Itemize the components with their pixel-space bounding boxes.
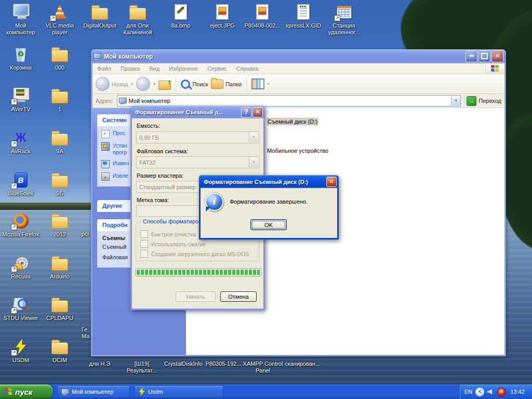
folder-icon: [50, 129, 70, 147]
desktop-icon-stdu-viewer[interactable]: STDU Viewer: [2, 296, 39, 322]
desktop-icon-vlc[interactable]: VLC media player: [41, 3, 78, 36]
desktop-icon-recycle-bin[interactable]: ♻ Корзина: [2, 45, 39, 71]
forward-button[interactable]: → ▼: [136, 77, 156, 91]
forward-dropdown-icon[interactable]: ▼: [152, 82, 156, 86]
desktop-icon-folder-arduino[interactable]: Arduino: [41, 254, 78, 280]
folders-button[interactable]: Папки: [211, 79, 242, 89]
taskbar-button-my-computer[interactable]: Мой компьютер: [57, 385, 130, 398]
msdos-startup-checkbox[interactable]: Создание загрузочного диска MS-DOS: [140, 250, 249, 258]
menu-favorites[interactable]: Избранное: [164, 63, 203, 74]
message-box-body: Форматирование завершено. OK: [201, 188, 337, 238]
desktop-icon-crystaldiskinfo[interactable]: CrystalDiskInfo: [158, 361, 208, 367]
desktop-icon-p80305[interactable]: P80305-192...: [204, 361, 243, 367]
format-dialog-titlebar[interactable]: Форматирование Съемный д... ? ✕: [130, 105, 265, 118]
ok-button[interactable]: OK: [250, 219, 287, 230]
menu-edit[interactable]: Правка: [116, 63, 144, 74]
desktop-icon-folder-2012[interactable]: 2012: [41, 212, 78, 238]
quick-format-checkbox[interactable]: Быстрое (очистка: [140, 230, 196, 238]
desktop-icon-usdm[interactable]: USDM: [2, 338, 39, 364]
desktop-icon-digitaloutput[interactable]: DigitalOutput: [81, 3, 118, 29]
format-progress-bar: [135, 268, 261, 276]
help-button[interactable]: ?: [241, 107, 251, 117]
desktop-icon-folder-dcim[interactable]: DCIM: [41, 338, 78, 364]
recuva-icon: [11, 254, 31, 272]
desktop-icon-dlya-ne[interactable]: для Н.Э: [82, 361, 117, 367]
folder-icon: [128, 3, 148, 21]
maximize-button[interactable]: [478, 50, 490, 62]
desktop-icon-label: 9Б: [41, 190, 78, 197]
language-indicator[interactable]: EN: [464, 389, 472, 395]
go-button[interactable]: → Переход: [464, 96, 501, 106]
mobile-device-item[interactable]: Мобильное устройство: [267, 148, 328, 154]
menu-tools[interactable]: Сервис: [203, 63, 232, 74]
address-combo[interactable]: Мой компьютер ▼: [117, 95, 461, 107]
desktop-icon-dlya-oli[interactable]: для Оли Калининой: [119, 3, 156, 36]
desktop-icon-p80408[interactable]: P80408-002...: [244, 3, 281, 29]
format-dialog-close-button[interactable]: ✕: [252, 107, 263, 117]
desktop-icon-bluesoleil[interactable]: B BlueSoleil: [2, 171, 39, 197]
desktop-icon-avrack[interactable]: Ж AvRack: [2, 129, 39, 155]
close-button[interactable]: ✕: [491, 50, 503, 62]
desktop-icon-skanirovan[interactable]: сканирован...: [281, 361, 324, 367]
up-button[interactable]: ↑: [158, 78, 171, 90]
cluster-label: Размер кластера:: [137, 172, 183, 179]
shortcut-arrow-icon: [11, 99, 17, 105]
desktop-icon-recuva[interactable]: Recuva: [2, 254, 39, 280]
message-box-titlebar[interactable]: Форматирование Съемный диск (D:) ✕: [199, 175, 339, 188]
toolbar-separator: [176, 77, 176, 91]
drive-d-item[interactable]: Съемный диск (D:): [268, 118, 317, 125]
desktop-icon-folder-9b[interactable]: 9Б: [41, 171, 78, 197]
views-button[interactable]: ▼: [251, 78, 270, 89]
capacity-combo[interactable]: 0,99 ГБ▼: [136, 131, 259, 143]
desktop-icon-eject-jpg[interactable]: eject.JPG: [204, 3, 241, 29]
volume-icon[interactable]: [487, 389, 494, 395]
desktop-icon-label: для Оли Калининой: [119, 22, 156, 36]
desktop-icon-folder-1[interactable]: 1: [41, 87, 78, 113]
menu-view[interactable]: Вид: [144, 63, 164, 74]
menu-help[interactable]: Справка: [232, 63, 263, 74]
start-button[interactable]: пуск: [0, 384, 53, 399]
windows-flag-icon: [4, 388, 12, 395]
menu-file[interactable]: Файл: [92, 63, 116, 74]
image-file-icon: [252, 3, 272, 21]
compression-checkbox[interactable]: Использовать сжатие: [140, 240, 206, 248]
desktop-icon-my-computer[interactable]: Мой компьютер: [2, 3, 39, 36]
desktop-icon-folder-cpldapu[interactable]: CPLDAPU: [41, 296, 78, 322]
desktop-icon-folder-000[interactable]: 000: [41, 45, 78, 71]
start-button[interactable]: Начать: [176, 291, 216, 302]
desktop-icon-xpresslx[interactable]: xpressLX.GID: [285, 3, 322, 29]
window-titlebar[interactable]: Мой компьютер ✕: [91, 49, 506, 63]
desktop-icon-label: Станция удаленног...: [325, 22, 363, 36]
desktop-icon-stanciya[interactable]: Станция удаленног...: [325, 3, 363, 36]
search-button[interactable]: Поиск: [181, 79, 208, 89]
back-button[interactable]: ← Назад ▼: [96, 77, 134, 91]
taskbar: пуск Мой компьютер Usdm EN < × 13:42: [0, 384, 532, 399]
filesystem-combo[interactable]: FAT32▼: [136, 156, 259, 168]
desktop-icon-avertv[interactable]: AVerTV: [2, 87, 39, 113]
task-label: Прос: [113, 130, 125, 137]
hide-icons-chevron[interactable]: <: [475, 388, 484, 396]
desktop-icon-label: 8a.bmp: [162, 22, 200, 29]
task-label: Измен: [113, 160, 129, 167]
taskbar-button-usdm[interactable]: Usdm: [134, 385, 223, 398]
desktop-icon-8a-bmp[interactable]: 8a.bmp: [162, 3, 200, 29]
desktop-icon-firefox[interactable]: Mozilla Firefox: [2, 212, 39, 238]
back-dropdown-icon[interactable]: ▼: [130, 82, 134, 86]
desktop-icon-sh19[interactable]: [Ш19] Результат...: [121, 361, 163, 374]
desktop-icon-xampp[interactable]: XAMPP Control Panel: [240, 361, 286, 374]
window-title: Мой компьютер: [104, 53, 464, 60]
task-label: Извле: [113, 172, 128, 179]
desktop-icon-folder-9a[interactable]: 9A: [41, 129, 78, 155]
desktop-icon-label: eject.JPG: [204, 22, 241, 29]
message-box-close-button[interactable]: ✕: [326, 177, 337, 187]
forward-icon: →: [136, 77, 150, 91]
desktop-icon-label: 2012: [41, 231, 78, 238]
views-dropdown-icon[interactable]: ▼: [267, 82, 270, 86]
security-shield-icon[interactable]: ×: [497, 388, 506, 396]
toolbar-separator: [246, 77, 247, 91]
cancel-button[interactable]: Отмена: [220, 291, 257, 302]
minimize-button[interactable]: [466, 50, 477, 62]
firefox-icon: [11, 212, 31, 230]
address-dropdown-button[interactable]: ▼: [451, 96, 460, 105]
desktop-icon-label: CrystalDiskInfo: [158, 361, 208, 367]
